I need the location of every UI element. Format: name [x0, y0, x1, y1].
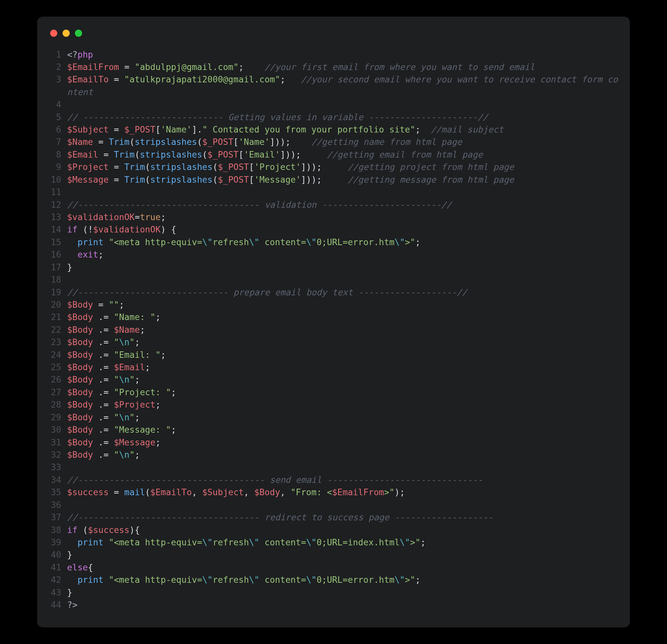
minimize-icon[interactable] [63, 30, 70, 37]
code-line: 41else{ [49, 561, 618, 574]
line-number: 20 [49, 299, 67, 311]
line-number: 12 [49, 199, 67, 211]
line-number: 21 [49, 311, 67, 323]
line-content: $Body .= $Email; [67, 361, 150, 374]
code-line: 27$Body .= "Project: "; [49, 386, 618, 398]
line-content: if (!$validationOK) { [67, 224, 176, 236]
line-number: 25 [49, 361, 67, 374]
line-content: $EmailTo = "atulkprajapati2000@gmail.com… [67, 73, 618, 98]
line-content: ?> [67, 599, 78, 611]
line-number: 44 [49, 599, 67, 611]
line-number: 11 [49, 186, 67, 198]
line-number: 3 [49, 73, 67, 86]
line-content: //----------------------------- prepare … [67, 286, 467, 299]
code-line: 24$Body .= "Email: "; [49, 349, 618, 361]
code-line: 32$Body .= "\n"; [49, 449, 618, 461]
close-icon[interactable] [50, 30, 57, 37]
code-line: 12//----------------------------------- … [49, 199, 618, 211]
line-number: 7 [49, 136, 67, 148]
line-number: 40 [49, 549, 67, 561]
line-content: $Subject = $_POST['Name']." Contacted yo… [67, 123, 504, 136]
line-content: else{ [67, 561, 93, 574]
line-content: //----------------------------------- re… [67, 511, 493, 524]
line-content: $validationOK=true; [67, 211, 166, 224]
line-number: 13 [49, 211, 67, 224]
line-content: $EmailFrom = "abdulppj@gmail.com"; //you… [67, 61, 535, 73]
code-line: 1<?php [49, 49, 618, 61]
line-content: if ($success){ [67, 524, 140, 536]
line-content: $Body = ""; [67, 299, 125, 311]
editor-window: 1<?php2$EmailFrom = "abdulppj@gmail.com"… [37, 17, 630, 628]
line-number: 8 [49, 148, 67, 161]
line-number: 34 [49, 474, 67, 486]
line-number: 2 [49, 61, 67, 73]
line-number: 9 [49, 161, 67, 173]
line-number: 14 [49, 224, 67, 236]
line-number: 30 [49, 424, 67, 436]
line-content: $Body .= $Name; [67, 324, 145, 336]
line-number: 22 [49, 324, 67, 336]
line-content: $Name = Trim(stripslashes($_POST['Name']… [67, 136, 462, 148]
line-number: 26 [49, 374, 67, 386]
zoom-icon[interactable] [75, 30, 82, 37]
code-line: 6$Subject = $_POST['Name']." Contacted y… [49, 123, 618, 136]
line-number: 38 [49, 524, 67, 536]
line-content: //------------------------------------ s… [67, 474, 483, 486]
line-content: $Body .= "Name: "; [67, 311, 161, 323]
line-content: $success = mail($EmailTo, $Subject, $Bod… [67, 486, 405, 498]
line-content: //----------------------------------- va… [67, 199, 452, 211]
line-content: $Body .= "\n"; [67, 449, 140, 461]
code-line: 5// --------------------------- Getting … [49, 111, 618, 123]
line-content: } [67, 587, 72, 599]
code-line: 13$validationOK=true; [49, 211, 618, 224]
line-number: 39 [49, 536, 67, 549]
line-number: 29 [49, 411, 67, 424]
line-content: print "<meta http-equiv=\"refresh\" cont… [67, 574, 421, 586]
code-line: 10$Message = Trim(stripslashes($_POST['M… [49, 174, 618, 186]
code-line: 28$Body .= $Project; [49, 398, 618, 411]
code-line: 34//------------------------------------… [49, 474, 618, 486]
code-line: 26$Body .= "\n"; [49, 374, 618, 386]
line-number: 35 [49, 486, 67, 498]
line-content: $Email = Trim(stripslashes($_POST['Email… [67, 148, 483, 161]
code-line: 29$Body .= "\n"; [49, 411, 618, 424]
line-content: $Body .= "\n"; [67, 374, 140, 386]
line-number: 41 [49, 561, 67, 574]
code-line: 4 [49, 98, 618, 111]
line-number: 28 [49, 398, 67, 411]
line-content: $Body .= "Project: "; [67, 386, 176, 398]
code-line: 33 [49, 461, 618, 474]
line-number: 42 [49, 574, 67, 586]
line-content: exit; [67, 248, 103, 261]
code-line: 16 exit; [49, 248, 618, 261]
code-line: 31$Body .= $Message; [49, 436, 618, 449]
line-content: $Body .= "\n"; [67, 411, 140, 424]
line-content: $Body .= "Email: "; [67, 349, 166, 361]
line-number: 15 [49, 236, 67, 248]
line-number: 18 [49, 274, 67, 286]
code-line: 35$success = mail($EmailTo, $Subject, $B… [49, 486, 618, 498]
code-editor[interactable]: 1<?php2$EmailFrom = "abdulppj@gmail.com"… [49, 49, 618, 611]
line-number: 10 [49, 174, 67, 186]
line-number: 23 [49, 336, 67, 348]
line-content: $Body .= "\n"; [67, 336, 140, 348]
code-line: 15 print "<meta http-equiv=\"refresh\" c… [49, 236, 618, 248]
code-line: 23$Body .= "\n"; [49, 336, 618, 348]
line-number: 37 [49, 511, 67, 524]
line-number: 33 [49, 461, 67, 474]
line-number: 1 [49, 49, 67, 61]
line-content: } [67, 549, 72, 561]
line-number: 19 [49, 286, 67, 299]
line-number: 24 [49, 349, 67, 361]
line-content: $Message = Trim(stripslashes($_POST['Mes… [67, 174, 514, 186]
code-line: 25$Body .= $Email; [49, 361, 618, 374]
line-number: 36 [49, 499, 67, 511]
code-line: 2$EmailFrom = "abdulppj@gmail.com"; //yo… [49, 61, 618, 73]
code-line: 40} [49, 549, 618, 561]
line-content: $Body .= $Message; [67, 436, 161, 449]
code-line: 43} [49, 587, 618, 599]
line-content: $Project = Trim(stripslashes($_POST['Pro… [67, 161, 514, 173]
line-content: $Body .= "Message: "; [67, 424, 176, 436]
line-content: <?php [67, 49, 93, 61]
code-line: 39 print "<meta http-equiv=\"refresh\" c… [49, 536, 618, 549]
